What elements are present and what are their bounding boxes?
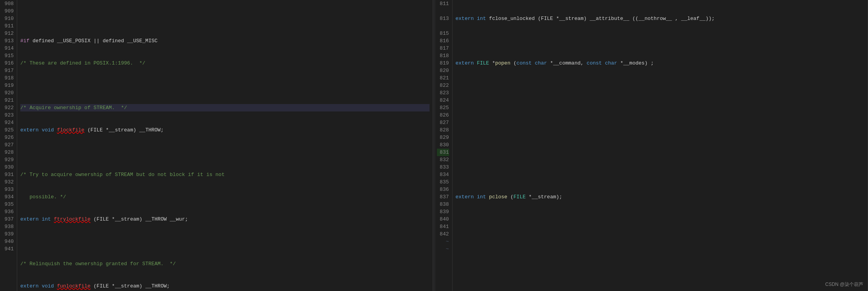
- left-code-content[interactable]: #if defined __USE_POSIX || defined __USE…: [17, 0, 433, 291]
- left-line-numbers: 908 909 910 911 912 913 914 915 916 917 …: [0, 0, 17, 291]
- left-editor-pane: 908 909 910 911 912 913 914 915 916 917 …: [0, 0, 433, 291]
- right-line-numbers: 811 813 815 816 817 818 819 820 821 822 …: [435, 0, 453, 291]
- right-editor-pane: 811 813 815 816 817 818 819 820 821 822 …: [435, 0, 868, 291]
- right-code-content[interactable]: extern int fclose_unlocked (FILE *__stre…: [453, 0, 868, 291]
- watermark: CSDN @柒个葫芦: [825, 281, 863, 288]
